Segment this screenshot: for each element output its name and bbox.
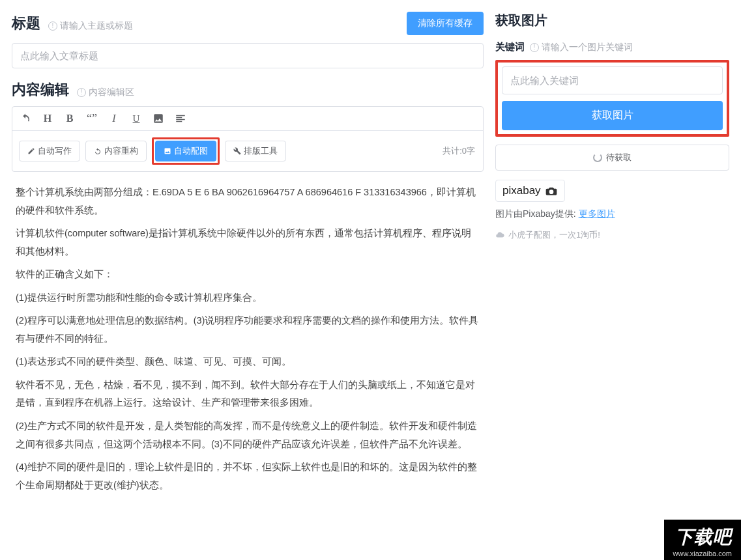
fetch-image-button[interactable]: 获取图片: [502, 101, 723, 130]
restructure-button[interactable]: 内容重构: [85, 141, 147, 161]
content-paragraph: (2)生产方式不同的软件是开发，是人类智能的高发挥，而不是传统意义上的硬件制造。…: [16, 417, 480, 453]
pending-button[interactable]: 待获取: [495, 145, 729, 171]
image-provider-row: 图片由Pixabay提供: 更多图片: [495, 208, 729, 220]
cloud-icon: [495, 231, 504, 240]
underline-button[interactable]: U: [130, 112, 143, 125]
camera-icon: [545, 186, 558, 195]
info-icon: !: [530, 43, 539, 52]
tip-row: 小虎子配图，一次1淘币!: [495, 229, 729, 241]
content-edit-hint: ! 内容编辑区: [77, 87, 134, 98]
content-paragraph: (4)维护不同的硬件是旧的，理论上软件是旧的，并不坏，但实际上软件也是旧的和坏的…: [16, 458, 480, 494]
clear-cache-button[interactable]: 清除所有缓存: [407, 12, 484, 35]
info-icon: !: [77, 88, 86, 97]
action-toolbar: 自动写作 内容重构 自动配图 排版工具 共计:0字: [12, 131, 483, 171]
fetch-image-title: 获取图片: [495, 12, 729, 29]
editor-container: H B “” I U 自动写作 内容重构: [12, 106, 484, 172]
title-hint: ! 请输入主题或标题: [48, 20, 133, 32]
auto-image-button[interactable]: 自动配图: [155, 141, 216, 161]
pixabay-badge: pixabay: [495, 180, 565, 202]
content-paragraph: 计算机软件(computer software)是指计算机系统中除硬件以外的所有…: [16, 225, 480, 260]
keyword-hint: ! 请输入一个图片关键词: [530, 42, 633, 53]
image-icon[interactable]: [152, 112, 165, 125]
auto-write-button[interactable]: 自动写作: [19, 141, 80, 161]
keyword-label: 关键词: [495, 41, 525, 53]
undo-icon[interactable]: [19, 112, 32, 125]
heading-button[interactable]: H: [41, 112, 54, 125]
word-count: 共计:0字: [443, 145, 475, 157]
content-paragraph: 整个计算机系统由两部分组成：E.69DA 5 E 6 BA 9062616964…: [16, 184, 480, 219]
spinner-icon: [593, 153, 602, 162]
italic-button[interactable]: I: [108, 112, 121, 125]
layout-tool-button[interactable]: 排版工具: [225, 141, 286, 161]
info-icon: !: [48, 21, 57, 31]
format-toolbar: H B “” I U: [12, 107, 483, 131]
title-header: 标题 ! 请输入主题或标题 清除所有缓存: [12, 12, 484, 35]
content-paragraph: (2)程序可以满意地处理信息的数据结构。(3)说明程序功能要求和程序需要的文档的…: [16, 312, 480, 348]
content-paragraph: (1)表达形式不同的硬件类型、颜色、味道、可见、可摸、可闻。: [16, 353, 480, 371]
quote-button[interactable]: “”: [85, 112, 98, 125]
more-images-link[interactable]: 更多图片: [579, 208, 615, 219]
align-icon[interactable]: [174, 112, 187, 125]
content-paragraph: 软件看不见，无色，枯燥，看不见，摸不到，闻不到。软件大部分存在于人们的头脑或纸上…: [16, 376, 480, 412]
content-paragraph: (1)提供运行时所需功能和性能的命令或计算机程序集合。: [16, 289, 480, 307]
article-content[interactable]: 整个计算机系统由两部分组成：E.69DA 5 E 6 BA 9062616964…: [12, 172, 484, 506]
keyword-input[interactable]: [502, 66, 723, 94]
article-title-input[interactable]: [12, 43, 484, 68]
keyword-highlight-box: 获取图片: [495, 60, 729, 137]
title-section-label: 标题: [12, 14, 40, 33]
watermark: 下载吧 www.xiazaiba.com: [664, 520, 741, 560]
bold-button[interactable]: B: [63, 112, 76, 125]
content-edit-label: 内容编辑: [12, 80, 69, 100]
auto-image-highlight: 自动配图: [152, 137, 220, 165]
content-paragraph: 软件的正确含义如下：: [16, 266, 480, 284]
